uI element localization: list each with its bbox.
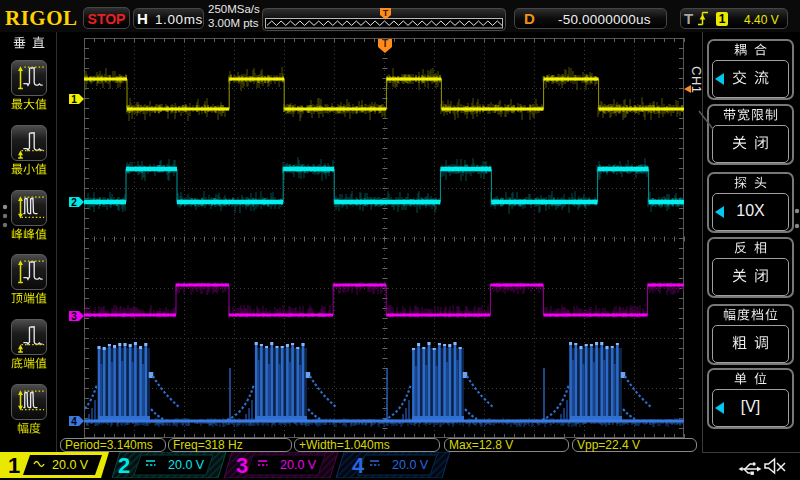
svg-text:2: 2 — [71, 197, 77, 208]
svg-text:1: 1 — [71, 94, 77, 105]
svg-text:3: 3 — [71, 311, 77, 322]
svg-text:3: 3 — [236, 453, 248, 478]
svg-text:1: 1 — [8, 453, 20, 478]
svg-text:20.0 V: 20.0 V — [168, 458, 205, 472]
svg-text:T: T — [383, 8, 389, 18]
svg-text:T: T — [382, 38, 388, 49]
svg-text:20.0 V: 20.0 V — [52, 458, 89, 472]
svg-text:20.0 V: 20.0 V — [280, 458, 317, 472]
svg-text:4: 4 — [71, 416, 77, 427]
svg-text:4: 4 — [352, 453, 365, 478]
svg-text:2: 2 — [118, 453, 130, 478]
svg-text:20.0 V: 20.0 V — [392, 458, 429, 472]
